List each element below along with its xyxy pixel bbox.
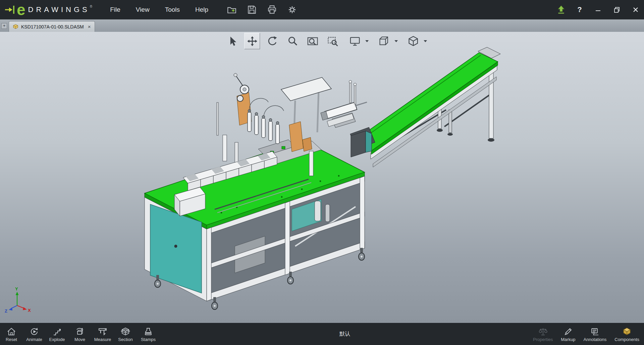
titlebar-right: ? — [554, 3, 644, 17]
zoom-area-button[interactable] — [325, 33, 340, 49]
logo-wordmark: DRAWINGS — [28, 5, 90, 14]
tab-close-button[interactable]: × — [88, 24, 91, 29]
scales-icon — [538, 327, 548, 336]
app-logo: e DRAWINGS ® — [0, 0, 102, 19]
titlebar: e DRAWINGS ® File View Tools Help — [0, 0, 644, 19]
options-button[interactable] — [285, 3, 299, 17]
close-icon — [631, 5, 640, 14]
select-cursor-icon — [226, 35, 238, 47]
minimize-icon — [594, 5, 602, 14]
logo-letter-e: e — [17, 2, 25, 17]
print-button[interactable] — [265, 3, 279, 17]
view-orientation-button[interactable] — [376, 33, 392, 49]
zoom-to-fit-button[interactable] — [305, 33, 320, 49]
stamps-button[interactable]: Stamps — [137, 326, 160, 342]
markup-button[interactable]: Markup — [557, 326, 579, 342]
section-button[interactable]: Section — [114, 326, 137, 342]
view-orientation-group — [376, 33, 399, 49]
open-icon — [227, 5, 237, 15]
conveyor-assembly — [350, 47, 500, 167]
close-button[interactable] — [629, 4, 643, 16]
assembly-cube-icon — [13, 24, 18, 29]
logo-arrow-icon — [5, 5, 16, 15]
annotations-button[interactable]: Annotations — [580, 326, 611, 342]
move-component-icon — [75, 327, 85, 336]
rotate-icon — [266, 35, 278, 47]
share-upload-icon — [556, 5, 566, 15]
animate-icon — [30, 327, 39, 336]
reset-button[interactable]: Reset — [0, 326, 23, 342]
explode-button[interactable]: Explode — [46, 326, 68, 342]
menu-file[interactable]: File — [102, 0, 128, 19]
section-icon — [121, 327, 130, 336]
animate-button[interactable]: Animate — [23, 326, 46, 342]
rotate-tool-button[interactable] — [264, 33, 280, 49]
logo-registered-mark: ® — [90, 5, 92, 8]
home-icon — [7, 327, 16, 336]
pan-icon — [246, 35, 258, 47]
bottom-toolbar: Reset Animate Explode Move — [0, 323, 644, 345]
zoom-tool-button[interactable] — [284, 33, 300, 49]
explode-icon — [52, 327, 62, 336]
zoom-fit-icon — [307, 35, 319, 47]
triad-z-label: Z — [5, 308, 7, 314]
open-button[interactable] — [225, 3, 239, 17]
triad-y-label: Y — [15, 286, 18, 291]
print-icon — [267, 5, 277, 15]
perspective-group — [405, 33, 428, 49]
tab-title: KSD171007A-01-00.SLDASM — [21, 24, 84, 29]
bottom-toolbar-left: Reset Animate Explode Move — [0, 326, 160, 342]
orientation-triad: Y X Z — [5, 286, 31, 314]
components-button[interactable]: Components — [610, 326, 643, 342]
properties-button: Properties — [529, 326, 557, 342]
view-orientation-icon — [378, 35, 390, 47]
select-tool-button[interactable] — [224, 33, 240, 49]
restore-icon — [612, 5, 621, 14]
help-button[interactable]: ? — [573, 3, 586, 16]
perspective-button[interactable] — [405, 33, 421, 49]
bottom-toolbar-right: Properties Markup Annotations — [529, 326, 643, 342]
restore-button[interactable] — [610, 4, 624, 16]
zoom-area-icon — [327, 35, 339, 47]
magnifier-icon — [286, 35, 299, 47]
annotations-icon — [590, 327, 600, 336]
triad-x-label: X — [28, 308, 31, 313]
configuration-label: 默认 — [339, 331, 350, 338]
gear-icon — [287, 5, 297, 15]
view-orientation-dropdown[interactable] — [393, 33, 399, 49]
save-icon — [247, 5, 257, 15]
display-mode-button[interactable] — [347, 33, 363, 49]
display-mode-group — [347, 33, 370, 49]
perspective-dropdown[interactable] — [423, 33, 428, 49]
chevron-down-icon — [394, 40, 398, 44]
menu-help[interactable]: Help — [187, 0, 216, 19]
titlebar-actions — [225, 3, 299, 17]
viewport: Y X Z — [0, 32, 644, 323]
save-button[interactable] — [245, 3, 259, 17]
document-tab[interactable]: KSD171007A-01-00.SLDASM × — [9, 21, 95, 32]
move-button[interactable]: Move — [68, 326, 91, 342]
components-cube-icon — [622, 327, 632, 336]
menu-tools[interactable]: Tools — [157, 0, 187, 19]
tabbar: + KSD171007A-01-00.SLDASM × — [0, 19, 644, 32]
chevron-down-icon — [365, 40, 369, 44]
model-canvas[interactable]: Y X Z — [0, 32, 644, 323]
monitor-icon — [349, 35, 361, 47]
chevron-down-icon — [424, 40, 427, 44]
add-tab-button[interactable]: + — [1, 23, 7, 29]
pencil-icon — [564, 327, 573, 336]
measure-button[interactable]: Measure — [91, 326, 114, 342]
stamp-icon — [144, 327, 153, 336]
menu-view[interactable]: View — [128, 0, 157, 19]
caliper-icon — [98, 327, 107, 336]
minimize-button[interactable] — [591, 4, 605, 16]
view-toolbar — [224, 33, 428, 49]
cube-icon — [407, 35, 419, 47]
pan-tool-button[interactable] — [244, 33, 260, 49]
display-mode-dropdown[interactable] — [364, 33, 370, 49]
publish-button[interactable] — [554, 3, 568, 17]
